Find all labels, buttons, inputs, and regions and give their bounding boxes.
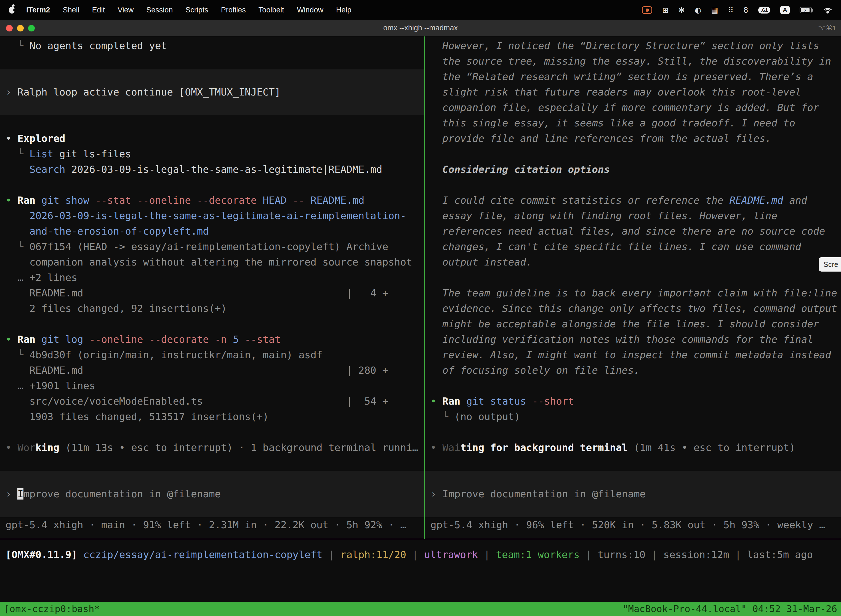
- menu-edit[interactable]: Edit: [86, 6, 111, 14]
- menu-iterm2[interactable]: iTerm2: [20, 6, 57, 14]
- text-segment: Search: [29, 164, 65, 175]
- prompt-input-box[interactable]: › Improve documentation in @filename: [425, 471, 841, 517]
- text-segment: --stat --oneline --decorate: [95, 195, 256, 206]
- text-segment: evidence. Since this change only affects…: [431, 303, 837, 314]
- charging-bolt-icon: ⚡: [801, 8, 810, 12]
- text-segment: essay file, along with finding root file…: [431, 210, 777, 221]
- prompt-input-box[interactable]: › Improve documentation in @filename: [0, 471, 424, 517]
- session-status-line: gpt-5.4 xhigh · 96% left · 520K in · 5.8…: [425, 517, 841, 532]
- thinking-line: review. Also, I might want to inspect th…: [425, 347, 841, 363]
- battery-icon[interactable]: ⚡: [800, 7, 812, 13]
- text-segment: Wor: [18, 442, 35, 453]
- thinking-line: I could cite commit statistics or refere…: [425, 193, 841, 208]
- text-segment: README.md | 280 +: [6, 365, 388, 376]
- text-segment: [6, 210, 29, 221]
- zoom-button[interactable]: [28, 25, 35, 31]
- tmux-pane-right[interactable]: However, I noticed the “Directory Struct…: [425, 37, 841, 539]
- tool-output-line: └ 067f154 (HEAD -> essay/ai-reimplementa…: [0, 239, 424, 254]
- percent-badge[interactable]: .61: [758, 7, 771, 13]
- text-segment: No agents completed yet: [29, 40, 167, 51]
- text-segment: might be acceptable alongside the file l…: [431, 318, 819, 330]
- box-text: › Improve documentation in @filename: [6, 486, 221, 502]
- text-segment: [460, 396, 466, 407]
- text-segment: └: [6, 40, 29, 51]
- omx-status-bar: [OMX#0.11.9] cczip/essay/ai-reimplementa…: [0, 547, 841, 562]
- screen-recording-indicator[interactable]: [642, 6, 652, 14]
- text-segment: git ls-files: [53, 148, 131, 160]
- minimize-button[interactable]: [17, 25, 24, 31]
- text-segment: 2026-03-09-is-legal-the-same-as-legitima…: [29, 210, 406, 221]
- text-segment: Considering citation options: [431, 164, 610, 175]
- menu-session[interactable]: Session: [140, 6, 179, 14]
- input-source-icon[interactable]: A: [780, 6, 790, 14]
- blank-line: [0, 177, 424, 193]
- text-segment: [6, 164, 29, 175]
- text-segment: [6, 226, 29, 237]
- text-segment: … +1901 lines: [6, 380, 95, 392]
- text-segment: 5: [233, 334, 239, 345]
- text-segment: |: [322, 549, 340, 560]
- blank-line: [425, 270, 841, 285]
- menu-shell[interactable]: Shell: [57, 6, 86, 14]
- blank-line: [0, 424, 424, 440]
- working-status-line: • Waiting for background terminal (1m 41…: [425, 440, 841, 455]
- text-segment: src/voice/voiceModeEnabled.ts | 54 +: [6, 396, 388, 407]
- menu-help[interactable]: Help: [330, 6, 358, 14]
- menu-toolbelt[interactable]: Toolbelt: [252, 6, 290, 14]
- queued-message-box[interactable]: › Ralph loop active continue [OMX_TMUX_I…: [0, 69, 424, 115]
- count-8-icon[interactable]: 8: [744, 6, 748, 14]
- text-segment: session:12m: [663, 549, 729, 560]
- text-segment: last:5m ago: [747, 549, 813, 560]
- wifi-icon[interactable]: [822, 6, 834, 14]
- text-segment: [239, 334, 245, 345]
- text-segment: changes, I can't cite specific file line…: [431, 241, 801, 252]
- blank-line: [425, 455, 841, 471]
- window-title: omx --xhigh --madmax: [0, 24, 841, 32]
- text-segment: •: [431, 396, 442, 407]
- thinking-heading: Considering citation options: [425, 162, 841, 177]
- blue-app-icon[interactable]: ✻: [678, 6, 685, 14]
- grid-app-icon[interactable]: ⊞: [662, 6, 668, 14]
- text-segment: ultrawork: [424, 549, 478, 560]
- text-segment: [227, 334, 233, 345]
- omx-status-area: [OMX#0.11.9] cczip/essay/ai-reimplementa…: [0, 539, 841, 602]
- tool-output-line: companion analysis without altering the …: [0, 254, 424, 270]
- text-segment: |: [406, 549, 424, 560]
- text-segment: ralph:11/20: [340, 549, 406, 560]
- menu-view[interactable]: View: [111, 6, 140, 14]
- text-segment: List: [29, 148, 54, 160]
- tmux-pane-left[interactable]: └ No agents completed yet› Ralph loop ac…: [0, 37, 424, 539]
- agent-status-line: └ No agents completed yet: [0, 38, 424, 54]
- text-segment: (no output): [454, 411, 520, 422]
- tool-call-line: • Ran git status --short: [425, 393, 841, 409]
- close-button[interactable]: [6, 25, 13, 31]
- text-segment: |: [478, 549, 496, 560]
- thinking-line: the “Related research writing” section i…: [425, 69, 841, 84]
- text-segment: gpt-5.4 xhigh · main · 91% left · 2.31M …: [6, 519, 406, 531]
- menu-scripts[interactable]: Scripts: [179, 6, 215, 14]
- screen-share-chip[interactable]: Scre: [819, 257, 841, 271]
- text-segment: I could cite commit statistics or refere…: [431, 195, 730, 206]
- round-app-icon[interactable]: ◐: [695, 6, 701, 14]
- text-segment: of focusing solely on file lines.: [431, 365, 640, 376]
- window-title-bar[interactable]: omx --xhigh --madmax ⌥⌘1: [0, 20, 841, 37]
- thinking-line: essay file, along with finding root file…: [425, 208, 841, 224]
- text-segment: I: [18, 488, 23, 500]
- menu-window[interactable]: Window: [290, 6, 330, 14]
- tool-detail-line: └ List git ls-files: [0, 146, 424, 162]
- thinking-line: this single essay, it seems like a good …: [425, 115, 841, 131]
- text-segment: └: [6, 241, 29, 252]
- window-grid-icon[interactable]: ▦: [711, 6, 718, 14]
- dots-grid-icon[interactable]: ⠿: [728, 6, 734, 14]
- menu-profiles[interactable]: Profiles: [215, 6, 252, 14]
- text-segment: git status: [466, 396, 526, 407]
- apple-menu-icon[interactable]: [9, 7, 15, 13]
- text-segment: |: [580, 549, 598, 560]
- text-segment: git log: [41, 334, 84, 345]
- text-segment: ›: [6, 87, 18, 98]
- text-segment: Ralph loop active continue [OMX_TMUX_INJ…: [18, 87, 281, 98]
- menu-items: iTerm2ShellEditViewSessionScriptsProfile…: [20, 6, 357, 14]
- text-segment: (1m 41s • esc to interrupt): [628, 442, 795, 453]
- text-segment: review. Also, I might want to inspect th…: [431, 349, 831, 361]
- text-segment: •: [6, 442, 18, 453]
